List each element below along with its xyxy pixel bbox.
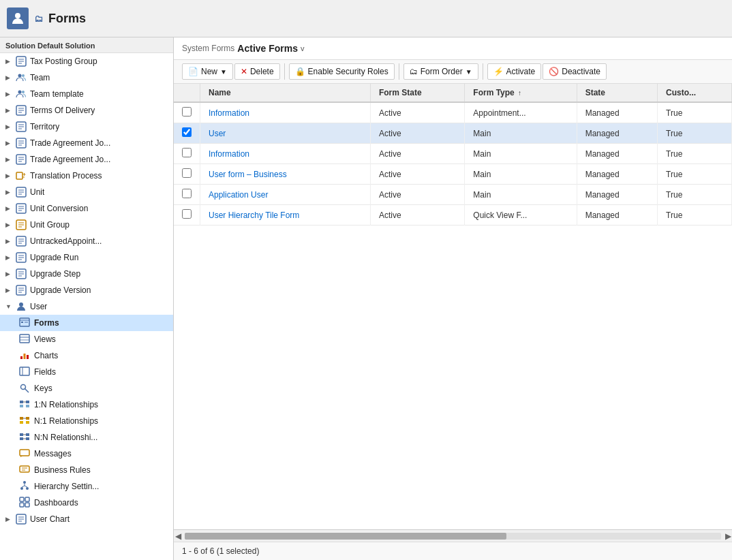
row-form-type: Quick View F...	[465, 205, 577, 225]
row-form-type: Main	[465, 144, 577, 164]
row-name[interactable]: Application User	[200, 185, 371, 205]
form-order-button[interactable]: 🗂 Form Order ▼	[403, 63, 478, 80]
sidebar-item-label: Translation Process	[30, 171, 102, 181]
sidebar-item-trade-agreement-1[interactable]: ▶ Trade Agreement Jo...	[0, 135, 173, 151]
expand-arrow: ▶	[5, 205, 15, 212]
row-name[interactable]: User Hierarchy Tile Form	[200, 205, 371, 225]
sidebar-item-team-template[interactable]: ▶ Team template	[0, 86, 173, 102]
sidebar-item-label: Unit Conversion	[30, 204, 88, 213]
deactivate-button[interactable]: 🚫 Deactivate	[543, 63, 607, 80]
sidebar-item-user-chart[interactable]: ▶ User Chart	[0, 511, 173, 527]
sidebar-subitem-messages[interactable]: Messages	[0, 446, 173, 462]
sidebar-subitem-n1-relationships[interactable]: N:1 Relationships	[0, 413, 173, 429]
delete-button[interactable]: ✕ Delete	[234, 63, 280, 80]
row-checkbox-cell[interactable]	[174, 205, 200, 225]
svg-line-32	[25, 389, 29, 393]
sidebar-item-upgrade-version[interactable]: ▶ Upgrade Version	[0, 282, 173, 298]
enable-security-roles-button[interactable]: 🔒 Enable Security Roles	[289, 63, 395, 80]
sidebar-item-label: Upgrade Version	[30, 285, 91, 295]
activate-button[interactable]: ⚡ Activate	[487, 63, 542, 80]
table-row: User Active Main Managed True	[174, 123, 732, 144]
select-all-header[interactable]	[174, 84, 200, 102]
sidebar-subitem-dashboards[interactable]: Dashboards	[0, 495, 173, 511]
deactivate-label: Deactivate	[562, 67, 600, 76]
team-template-icon	[15, 88, 27, 100]
sidebar-subitem-1n-relationships[interactable]: 1:N Relationships	[0, 396, 173, 413]
row-checkbox-cell[interactable]	[174, 102, 200, 123]
sidebar-subitem-forms[interactable]: Forms	[0, 315, 173, 331]
row-name[interactable]: Information	[200, 102, 371, 123]
charts-icon	[19, 349, 31, 362]
col-header-state[interactable]: State	[577, 84, 657, 102]
row-checkbox[interactable]	[182, 148, 192, 157]
sidebar-subitem-business-rules[interactable]: Business Rules	[0, 462, 173, 478]
svg-rect-21	[21, 322, 23, 323]
toolbar: 📄 New ▼ ✕ Delete 🔒 Enable Security Roles…	[174, 60, 732, 84]
entity-icon	[15, 219, 27, 231]
row-checkbox-cell[interactable]	[174, 144, 200, 164]
col-header-customizable[interactable]: Custo...	[658, 84, 732, 102]
row-name[interactable]: User form – Business	[200, 164, 371, 185]
scroll-left-btn[interactable]: ◀	[174, 531, 182, 541]
sidebar-subitem-label: Charts	[34, 351, 58, 360]
entity-icon	[15, 235, 27, 247]
process-icon	[15, 170, 27, 182]
horizontal-scrollbar[interactable]: ◀ ▶	[174, 529, 732, 542]
svg-rect-34	[26, 401, 29, 403]
sidebar-item-territory[interactable]: ▶ Territory	[0, 119, 173, 135]
sidebar-item-unit[interactable]: ▶ Unit	[0, 184, 173, 200]
sidebar-item-user[interactable]: ▼ User	[0, 298, 173, 315]
scrollbar-track[interactable]	[185, 533, 721, 540]
sidebar-subitem-label: Hierarchy Settin...	[34, 482, 99, 491]
sidebar-item-trade-agreement-2[interactable]: ▶ Trade Agreement Jo...	[0, 151, 173, 168]
row-name[interactable]: User	[200, 123, 371, 144]
col-header-form-type[interactable]: Form Type ↑	[465, 84, 577, 102]
scroll-right-btn[interactable]: ▶	[724, 531, 732, 541]
sidebar-item-untracked[interactable]: ▶ UntrackedAppoint...	[0, 233, 173, 249]
user-app-icon	[10, 11, 25, 26]
row-checkbox[interactable]	[182, 209, 192, 219]
sidebar-item-tax-posting-group[interactable]: ▶ Tax Posting Group	[0, 53, 173, 69]
row-name[interactable]: Information	[200, 144, 371, 164]
row-checkbox-cell[interactable]	[174, 123, 200, 144]
sidebar-subitem-label: N:N Relationshi...	[34, 433, 97, 442]
sidebar-subitem-nn-relationships[interactable]: N:N Relationshi...	[0, 429, 173, 446]
sidebar-subitem-label: Business Rules	[34, 465, 91, 475]
sidebar-item-label: User	[30, 302, 47, 311]
scrollbar-thumb[interactable]	[185, 533, 506, 540]
sidebar-subitem-views[interactable]: Views	[0, 331, 173, 347]
col-header-form-state[interactable]: Form State	[370, 84, 464, 102]
svg-point-3	[22, 74, 25, 77]
sidebar-subitem-keys[interactable]: Keys	[0, 380, 173, 396]
row-checkbox[interactable]	[182, 127, 192, 137]
row-checkbox[interactable]	[182, 168, 192, 178]
svg-rect-23	[20, 335, 29, 343]
svg-rect-10	[16, 172, 22, 179]
row-checkbox-cell[interactable]	[174, 164, 200, 185]
svg-rect-62	[25, 503, 29, 507]
row-checkbox-cell[interactable]	[174, 185, 200, 205]
sidebar-item-unit-conversion[interactable]: ▶ Unit Conversion	[0, 200, 173, 217]
svg-rect-50	[20, 466, 29, 472]
svg-point-18	[19, 302, 23, 307]
sidebar-subitem-charts[interactable]: Charts	[0, 347, 173, 364]
form-order-arrow: ▼	[466, 68, 472, 76]
sidebar-item-upgrade-run[interactable]: ▶ Upgrade Run	[0, 249, 173, 266]
row-state: Managed	[577, 123, 657, 144]
sidebar-subitem-fields[interactable]: Fields	[0, 364, 173, 380]
sidebar-item-translation-process[interactable]: ▶ Translation Process	[0, 168, 173, 184]
breadcrumb-dropdown[interactable]: v	[301, 44, 305, 52]
col-header-name[interactable]: Name	[200, 84, 371, 102]
row-checkbox[interactable]	[182, 107, 192, 116]
sidebar-item-upgrade-step[interactable]: ▶ Upgrade Step	[0, 266, 173, 282]
new-button[interactable]: 📄 New ▼	[182, 63, 233, 80]
sidebar-item-terms-of-delivery[interactable]: ▶ Terms Of Delivery	[0, 102, 173, 119]
expand-arrow: ▶	[5, 221, 15, 228]
sidebar-item-team[interactable]: ▶ Team	[0, 69, 173, 86]
row-checkbox[interactable]	[182, 189, 192, 198]
sort-arrow: ↑	[518, 89, 521, 97]
sidebar-item-unit-group[interactable]: ▶ Unit Group	[0, 217, 173, 233]
entity-icon	[15, 202, 27, 215]
sidebar-subitem-hierarchy-settings[interactable]: Hierarchy Settin...	[0, 478, 173, 495]
table-row: Information Active Appointment... Manage…	[174, 102, 732, 123]
